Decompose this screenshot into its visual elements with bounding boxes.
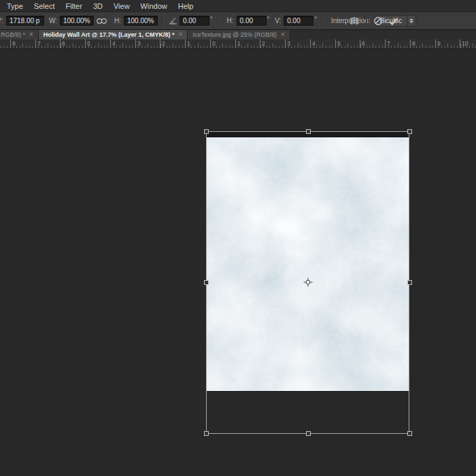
height-field[interactable]: 100.00% xyxy=(124,16,158,26)
document-tab[interactable]: RGB/8) *× xyxy=(0,30,39,39)
v-skew-label: V: xyxy=(275,17,281,24)
rotation-angle-icon xyxy=(169,17,177,24)
ruler-unit-number: 7 xyxy=(387,40,390,47)
degree-label: ° xyxy=(314,16,317,22)
ruler-major-tick xyxy=(310,39,311,48)
ruler-unit-number: 10 xyxy=(462,40,468,47)
tab-label: RGB/8) * xyxy=(1,31,25,38)
v-skew-field[interactable]: 0.00 xyxy=(284,16,313,26)
transform-reference-point[interactable] xyxy=(303,277,313,288)
document-tab[interactable]: Holiday Wall Art @ 17.7% (Layer 1, CMYK/… xyxy=(39,30,188,39)
menu-bar: TypeSelectFilter3DViewWindowHelp xyxy=(0,0,476,12)
width-field[interactable]: 100.00% xyxy=(60,16,94,26)
ruler-major-tick xyxy=(435,39,436,48)
rotation-field[interactable]: 0.00 xyxy=(180,16,209,26)
h-skew-label: H: xyxy=(227,17,234,24)
options-separator xyxy=(322,16,322,27)
transform-handle-bottom-right[interactable] xyxy=(407,431,412,436)
width-label: W: xyxy=(49,17,57,24)
transform-handle-top-right[interactable] xyxy=(407,129,412,134)
ruler-unit-number: 4 xyxy=(112,40,116,47)
ruler-major-tick xyxy=(60,39,61,48)
ruler-unit-number: 2 xyxy=(162,40,165,47)
transform-handle-top-left[interactable] xyxy=(204,129,209,134)
ruler-major-tick xyxy=(410,39,411,48)
y-position-field[interactable]: 1718.00 p xyxy=(6,16,44,26)
maintain-aspect-ratio-link-icon[interactable] xyxy=(96,18,107,24)
menu-item-help[interactable]: Help xyxy=(173,2,199,10)
degree-label: ° xyxy=(267,16,270,22)
ruler-major-tick xyxy=(285,39,286,48)
ruler-major-tick xyxy=(35,39,36,48)
document-tab[interactable]: IceTexture.jpg @ 25% (RGB/8)× xyxy=(188,30,290,39)
transform-handle-middle-left[interactable] xyxy=(204,280,209,285)
transform-handle-middle-right[interactable] xyxy=(407,280,412,285)
options-separator xyxy=(218,16,218,27)
ruler-unit-number: 3 xyxy=(287,40,290,47)
ruler-major-tick xyxy=(110,39,111,48)
ruler-unit-number: 8 xyxy=(12,40,16,47)
menu-item-window[interactable]: Window xyxy=(135,2,173,10)
menu-item-type[interactable]: Type xyxy=(1,2,29,10)
ruler-unit-number: 5 xyxy=(87,40,90,47)
tab-close-icon[interactable]: × xyxy=(179,31,183,38)
ruler-major-tick xyxy=(210,39,211,48)
height-label: H: xyxy=(114,17,121,24)
transform-handle-bottom-center[interactable] xyxy=(306,431,311,436)
ruler-major-tick xyxy=(460,39,460,48)
ruler-major-tick xyxy=(235,39,236,48)
ruler-major-tick xyxy=(135,39,136,48)
commit-transform-icon[interactable] xyxy=(386,14,401,28)
ruler-major-tick xyxy=(10,39,11,48)
ruler-unit-number: 1 xyxy=(187,40,190,47)
ruler-unit-number: 5 xyxy=(337,40,341,47)
ruler-unit-number: 7 xyxy=(37,40,41,47)
ruler-major-tick xyxy=(335,39,336,48)
options-separator xyxy=(162,16,163,27)
ruler-unit-number: 0 xyxy=(212,40,216,47)
ruler-unit-number: 4 xyxy=(312,40,316,47)
menu-item-select[interactable]: Select xyxy=(29,2,61,10)
menu-item-view[interactable]: View xyxy=(108,2,135,10)
h-skew-field[interactable]: 0.00 xyxy=(237,16,267,26)
degree-label: ° xyxy=(210,16,213,22)
tab-label: IceTexture.jpg @ 25% (RGB/8) xyxy=(192,31,277,38)
ruler-major-tick xyxy=(360,39,360,48)
ruler-unit-number: 6 xyxy=(62,40,65,47)
ruler-unit-number: 8 xyxy=(412,40,415,47)
ruler-unit-number: 6 xyxy=(362,40,365,47)
ruler-major-tick xyxy=(185,39,186,48)
canvas-area[interactable] xyxy=(0,49,476,476)
tab-close-icon[interactable]: × xyxy=(281,31,285,38)
dropdown-arrows-icon xyxy=(407,16,415,26)
horizontal-ruler[interactable]: 87654321012345678910 xyxy=(0,39,476,49)
ruler-unit-number: 1 xyxy=(237,40,241,47)
tab-close-icon[interactable]: × xyxy=(29,31,33,38)
transform-handle-top-center[interactable] xyxy=(306,129,311,134)
cancel-transform-icon[interactable] xyxy=(371,14,386,28)
y-position-label: Y: xyxy=(0,17,3,24)
options-separator xyxy=(366,16,367,27)
transform-handle-bottom-left[interactable] xyxy=(204,431,209,436)
menu-item-filter[interactable]: Filter xyxy=(60,2,87,10)
ruler-major-tick xyxy=(160,39,160,48)
document-tab-bar: RGB/8) *×Holiday Wall Art @ 17.7% (Layer… xyxy=(0,30,476,39)
ruler-unit-number: 3 xyxy=(137,40,141,47)
transform-options-bar: Y: 1718.00 p W: 100.00% H: 100.00% 0.00 … xyxy=(0,12,476,30)
menu-item-3d[interactable]: 3D xyxy=(88,2,108,10)
transform-commit-group xyxy=(347,12,401,30)
ruler-unit-number: 9 xyxy=(437,40,441,47)
photoshop-window: TypeSelectFilter3DViewWindowHelp Y: 1718… xyxy=(0,0,476,476)
tab-label: Holiday Wall Art @ 17.7% (Layer 1, CMYK/… xyxy=(44,31,175,38)
ruler-major-tick xyxy=(260,39,260,48)
ruler-unit-number: 2 xyxy=(262,40,265,47)
switch-free-transform-warp-mode-icon[interactable] xyxy=(347,14,362,28)
ruler-major-tick xyxy=(385,39,386,48)
ruler-major-tick xyxy=(85,39,86,48)
